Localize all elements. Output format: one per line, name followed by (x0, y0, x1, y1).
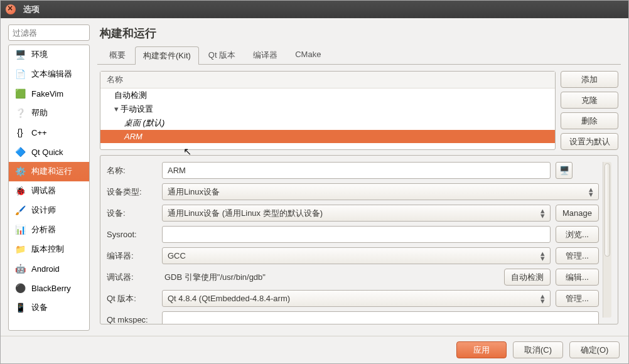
kit-icon-button[interactable]: 🖥️ (556, 162, 573, 179)
designer-icon: 🖌️ (14, 204, 26, 217)
category-list: 🖥️环境 📄文本编辑器 🟩FakeVim ❔帮助 {}C++ 🔷Qt Quick… (8, 45, 90, 331)
analyzer-icon: 📊 (14, 223, 26, 236)
compiler-combo[interactable]: GCC▴▾ (162, 247, 551, 264)
debugger-icon: 🐞 (14, 185, 26, 197)
content: 🖥️环境 📄文本编辑器 🟩FakeVim ❔帮助 {}C++ 🔷Qt Quick… (1, 18, 628, 336)
kits-tree: 名称 自动检测 ▾手动设置 桌面 (默认) ARM (100, 71, 556, 150)
options-window: 选项 🖥️环境 📄文本编辑器 🟩FakeVim ❔帮助 {}C++ 🔷Qt Qu… (0, 0, 629, 364)
sidebar-item-analyzer[interactable]: 📊分析器 (9, 220, 89, 240)
name-input[interactable] (162, 162, 551, 179)
titlebar: 选项 (1, 1, 628, 18)
tree-autodetect[interactable]: 自动检测 (100, 88, 555, 102)
vcs-icon: 📁 (14, 243, 26, 255)
text-icon: 📄 (14, 68, 26, 80)
mkspec-input[interactable] (162, 311, 599, 324)
devtype-label: 设备类型: (107, 183, 157, 200)
device-icon: 📱 (14, 301, 26, 314)
device-label: 设备: (107, 205, 157, 222)
name-label: 名称: (107, 162, 157, 179)
qtver-combo[interactable]: Qt 4.8.4 (QtEmbedded-4.8.4-arm)▴▾ (162, 290, 551, 307)
filter-input[interactable] (8, 24, 90, 41)
tree-kit-arm[interactable]: ARM (100, 130, 555, 143)
debugger-value: GDB 引擎使用"/usr/bin/gdb" (162, 269, 499, 286)
apply-button[interactable]: 应用 (456, 341, 507, 358)
ok-button[interactable]: 确定(O) (569, 341, 620, 358)
device-combo[interactable]: 通用Linux设备 (通用Linux 类型的默认设备)▴▾ (162, 205, 551, 222)
sidebar-item-env[interactable]: 🖥️环境 (9, 45, 89, 65)
chevron-updown-icon: ▴▾ (589, 187, 593, 197)
right-column: 构建和运行 概要 构建套件(Kit) Qt 版本 编译器 CMake 名称 自动… (97, 24, 621, 331)
tab-qtver[interactable]: Qt 版本 (200, 46, 244, 64)
edit-debugger-button[interactable]: 编辑... (556, 269, 599, 286)
browse-sysroot-button[interactable]: 浏览... (556, 226, 599, 243)
help-icon: ❔ (14, 107, 26, 119)
chevron-down-icon: ▾ (114, 104, 121, 114)
kits-buttons: 添加 克隆 删除 设置为默认 (561, 71, 618, 150)
sysroot-label: Sysroot: (107, 226, 157, 243)
qtquick-icon: 🔷 (14, 146, 26, 158)
sidebar-item-vcs[interactable]: 📁版本控制 (9, 240, 89, 259)
tree-body[interactable]: 自动检测 ▾手动设置 桌面 (默认) ARM (100, 88, 555, 149)
tab-cmake[interactable]: CMake (287, 46, 329, 64)
add-button[interactable]: 添加 (561, 71, 618, 88)
tree-kit-desktop[interactable]: 桌面 (默认) (100, 116, 555, 130)
sidebar-item-device[interactable]: 📱设备 (9, 298, 89, 318)
sidebar-item-build[interactable]: ⚙️构建和运行 (9, 162, 89, 181)
scroll-thumb[interactable] (605, 163, 610, 257)
sidebar-item-android[interactable]: 🤖Android (9, 259, 89, 279)
left-column: 🖥️环境 📄文本编辑器 🟩FakeVim ❔帮助 {}C++ 🔷Qt Quick… (8, 24, 90, 331)
blackberry-icon: ⚫ (14, 282, 26, 294)
dialog-footer: 应用 取消(C) 确定(O) (1, 336, 628, 363)
kits-row: 名称 自动检测 ▾手动设置 桌面 (默认) ARM 添加 克隆 删除 设置为默认 (100, 71, 618, 150)
sidebar-item-debugger[interactable]: 🐞调试器 (9, 181, 89, 201)
mkspec-label: Qt mkspec: (107, 311, 157, 324)
clone-button[interactable]: 克隆 (561, 92, 618, 109)
env-icon: 🖥️ (14, 48, 26, 61)
manage-compiler-button[interactable]: 管理... (556, 247, 599, 264)
tree-manual[interactable]: ▾手动设置 (100, 102, 555, 116)
window-title: 选项 (23, 4, 40, 15)
chevron-updown-icon: ▴▾ (540, 208, 545, 218)
cpp-icon: {} (14, 126, 26, 139)
qtver-label: Qt 版本: (107, 290, 157, 307)
sidebar-item-cpp[interactable]: {}C++ (9, 123, 89, 142)
tab-body: 名称 自动检测 ▾手动设置 桌面 (默认) ARM 添加 克隆 删除 设置为默认 (97, 65, 621, 331)
tab-compilers[interactable]: 编译器 (245, 46, 286, 64)
page-title: 构建和运行 (100, 26, 621, 41)
build-icon: ⚙️ (14, 165, 26, 178)
fakevim-icon: 🟩 (14, 87, 26, 100)
sidebar-item-qtquick[interactable]: 🔷Qt Quick (9, 142, 89, 162)
kit-form: 名称: 🖥️ 设备类型: 通用Linux设备▴▾ 设备: 通用Linux设备 (… (100, 155, 618, 324)
chevron-updown-icon: ▴▾ (540, 251, 545, 261)
close-icon[interactable] (6, 4, 16, 14)
sidebar-item-designer[interactable]: 🖌️设计师 (9, 201, 89, 220)
sidebar-item-help[interactable]: ❔帮助 (9, 104, 89, 123)
remove-button[interactable]: 删除 (561, 112, 618, 129)
sidebar-item-text[interactable]: 📄文本编辑器 (9, 65, 89, 84)
devtype-combo[interactable]: 通用Linux设备▴▾ (162, 183, 599, 200)
set-default-button[interactable]: 设置为默认 (561, 133, 618, 150)
tab-bar: 概要 构建套件(Kit) Qt 版本 编译器 CMake (97, 46, 621, 65)
monitor-icon: 🖥️ (559, 166, 569, 175)
autodetect-debugger-button[interactable]: 自动检测 (504, 269, 551, 286)
tab-overview[interactable]: 概要 (101, 46, 134, 64)
chevron-updown-icon: ▴▾ (540, 294, 545, 304)
manage-device-button[interactable]: Manage (556, 205, 599, 222)
form-scrollbar[interactable] (603, 162, 611, 318)
sidebar-item-fakevim[interactable]: 🟩FakeVim (9, 84, 89, 104)
form-grid: 名称: 🖥️ 设备类型: 通用Linux设备▴▾ 设备: 通用Linux设备 (… (107, 162, 599, 318)
sidebar-item-blackberry[interactable]: ⚫BlackBerry (9, 279, 89, 298)
debugger-label: 调试器: (107, 269, 157, 286)
android-icon: 🤖 (14, 262, 26, 275)
cancel-button[interactable]: 取消(C) (513, 341, 563, 358)
manage-qtver-button[interactable]: 管理... (556, 290, 599, 307)
tree-header: 名称 (100, 72, 555, 88)
compiler-label: 编译器: (107, 247, 157, 264)
sysroot-input[interactable] (162, 226, 551, 243)
tab-kits[interactable]: 构建套件(Kit) (135, 46, 199, 65)
